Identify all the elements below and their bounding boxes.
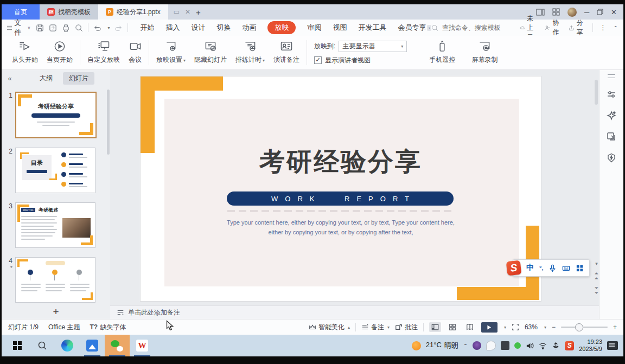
presenter-view-checkbox[interactable]: ✓ bbox=[314, 56, 322, 64]
sogou-tray-icon[interactable]: S bbox=[565, 341, 574, 350]
taskbar-wechat-button[interactable] bbox=[105, 335, 130, 356]
next-slide-icon[interactable]: ⏷⏷ bbox=[595, 286, 598, 296]
screen-record-button[interactable]: 屏幕录制 bbox=[471, 41, 498, 65]
microphone-icon[interactable] bbox=[549, 264, 557, 272]
ime-menu-icon[interactable] bbox=[576, 264, 584, 272]
missing-font-warning[interactable]: T? 缺失字体 bbox=[90, 323, 126, 332]
ime-toolbar[interactable]: S 中 °, bbox=[513, 259, 590, 277]
ribbon-tab-slideshow[interactable]: 放映 bbox=[267, 21, 296, 34]
taskbar-wps-button[interactable]: W bbox=[130, 335, 155, 356]
undo-icon[interactable] bbox=[93, 24, 101, 32]
tab-close-icon[interactable]: ✕ bbox=[185, 8, 190, 16]
current-slide[interactable]: 考研经验分享 WORK REPORT Type your content her… bbox=[141, 76, 541, 301]
from-beginning-button[interactable]: 从头开始 bbox=[12, 41, 38, 65]
export-icon[interactable] bbox=[49, 24, 57, 32]
canvas-scrollbar[interactable] bbox=[595, 80, 598, 105]
member-more-icon[interactable]: › bbox=[427, 25, 431, 31]
save-icon[interactable] bbox=[36, 24, 44, 32]
notification-center-icon[interactable] bbox=[607, 341, 618, 350]
slide-thumbnail-1[interactable]: 1 考研经验分享 bbox=[4, 92, 104, 138]
qq-tray-icon[interactable] bbox=[473, 341, 481, 350]
ime-punctuation-toggle[interactable]: °, bbox=[539, 265, 543, 271]
slide-thumbnail-4[interactable]: 4* bbox=[4, 257, 104, 303]
resources-icon[interactable] bbox=[607, 153, 616, 163]
clock-widget[interactable]: 19:23 2023/5/9 bbox=[579, 339, 602, 353]
search-input[interactable] bbox=[441, 23, 513, 32]
recorder-tray-icon[interactable] bbox=[501, 341, 509, 350]
switch-panel-icon[interactable] bbox=[607, 132, 616, 142]
notes-bar[interactable]: 单击此处添加备注 bbox=[110, 305, 599, 319]
wifi-icon[interactable] bbox=[539, 342, 547, 350]
zoom-options-icon[interactable]: ▾ bbox=[544, 325, 546, 330]
wechat-tray-icon[interactable] bbox=[514, 342, 521, 349]
thumbnail-canvas[interactable] bbox=[15, 257, 95, 303]
ribbon-tab-review[interactable]: 审阅 bbox=[307, 23, 321, 33]
file-menu[interactable]: 文件 ∨ bbox=[7, 18, 30, 37]
tab-home[interactable]: 首页 bbox=[2, 4, 40, 20]
taskbar-edge-button[interactable] bbox=[55, 335, 80, 356]
reading-view-button[interactable] bbox=[464, 322, 476, 332]
normal-view-button[interactable] bbox=[429, 322, 441, 332]
display-select[interactable]: 主要显示器 ▾ bbox=[339, 41, 407, 52]
command-search[interactable] bbox=[431, 23, 513, 32]
thumbnail-canvas[interactable]: 目录 bbox=[15, 148, 95, 193]
print-preview-icon[interactable] bbox=[75, 24, 83, 32]
ribbon-tab-member[interactable]: 会员专享› bbox=[398, 23, 431, 33]
redo-icon[interactable] bbox=[114, 24, 123, 32]
play-slideshow-button[interactable] bbox=[481, 322, 498, 333]
slide-body-text[interactable]: Type your content here, either by copyin… bbox=[173, 218, 508, 237]
tab-docer-templates[interactable]: 稻 找稻壳模板 bbox=[40, 4, 98, 20]
scroll-down-icon[interactable]: ▾ bbox=[595, 261, 598, 266]
taskbar-photos-button[interactable] bbox=[80, 335, 105, 356]
sorter-view-button[interactable] bbox=[447, 322, 458, 332]
phone-remote-button[interactable]: 手机遥控 bbox=[429, 41, 455, 65]
thumbnail-canvas[interactable]: 考研经验分享 bbox=[15, 92, 97, 138]
ime-language-toggle[interactable]: 中 bbox=[526, 263, 534, 273]
new-tab-button[interactable]: + bbox=[196, 8, 201, 17]
ribbon-tab-animation[interactable]: 动画 bbox=[242, 23, 256, 33]
zoom-slider[interactable] bbox=[561, 327, 608, 328]
smart-beautify-icon[interactable] bbox=[607, 111, 616, 120]
work-report-banner[interactable]: WORK REPORT bbox=[227, 191, 454, 206]
keyboard-icon[interactable] bbox=[562, 264, 570, 272]
ribbon-tab-design[interactable]: 设计 bbox=[191, 23, 205, 33]
hidden-icons-chevron[interactable]: ⌃ bbox=[463, 343, 468, 349]
ribbon-tab-transition[interactable]: 切换 bbox=[216, 23, 231, 33]
rail-handle-icon[interactable] bbox=[608, 74, 615, 78]
slide-thumbnail-3[interactable]: 3 PART 01 考研概述 bbox=[4, 202, 104, 248]
start-button[interactable] bbox=[5, 335, 30, 356]
add-slide-button[interactable]: + bbox=[2, 305, 110, 319]
note-button[interactable]: 备注▾ bbox=[361, 323, 390, 332]
zoom-in-button[interactable]: + bbox=[613, 323, 617, 331]
collaborate-button[interactable]: 协作 bbox=[545, 18, 562, 37]
speaker-notes-button[interactable]: 演讲备注 bbox=[273, 41, 299, 65]
custom-show-button[interactable]: 自定义放映 bbox=[87, 41, 120, 65]
theme-name[interactable]: Office 主题 bbox=[48, 323, 80, 332]
tab-outline[interactable]: 大纲 bbox=[34, 72, 59, 85]
from-current-button[interactable]: 当页开始 bbox=[47, 41, 73, 65]
sidebar-scrollbar[interactable] bbox=[107, 90, 110, 155]
beautify-button[interactable]: 智能美化▴ bbox=[309, 323, 350, 332]
zoom-out-button[interactable]: − bbox=[552, 323, 556, 331]
volume-icon[interactable] bbox=[526, 342, 534, 350]
ribbon-tab-view[interactable]: 视图 bbox=[333, 23, 347, 33]
zoom-level[interactable]: 63% bbox=[525, 323, 538, 331]
usb-device-icon[interactable] bbox=[552, 342, 560, 350]
collapse-panel-icon[interactable]: « bbox=[2, 74, 18, 82]
tab-document[interactable]: P 经验分享1.pptx bbox=[98, 4, 168, 20]
rehearse-timing-button[interactable]: 排练计时▾ bbox=[235, 41, 265, 65]
chat-tray-icon[interactable] bbox=[486, 341, 496, 350]
show-settings-button[interactable]: 放映设置▾ bbox=[156, 41, 186, 65]
ribbon-tab-insert[interactable]: 插入 bbox=[165, 23, 180, 33]
share-button[interactable]: 分享 bbox=[569, 18, 585, 37]
print-icon[interactable] bbox=[62, 24, 70, 32]
slide-thumbnail-2[interactable]: 2 目录 bbox=[4, 148, 104, 193]
previous-slide-icon[interactable]: ⏶⏶ bbox=[595, 271, 598, 281]
thumbnail-canvas[interactable]: PART 01 考研概述 bbox=[15, 202, 95, 248]
hide-slide-button[interactable]: 隐藏幻灯片 bbox=[194, 41, 227, 65]
taskbar-search-button[interactable] bbox=[30, 335, 55, 356]
weather-icon[interactable] bbox=[412, 341, 421, 350]
undo-dropdown-icon[interactable]: ▾ bbox=[107, 25, 110, 30]
zoom-slider-knob[interactable] bbox=[575, 323, 583, 331]
tab-preview-icon[interactable]: ▭ bbox=[174, 8, 180, 16]
